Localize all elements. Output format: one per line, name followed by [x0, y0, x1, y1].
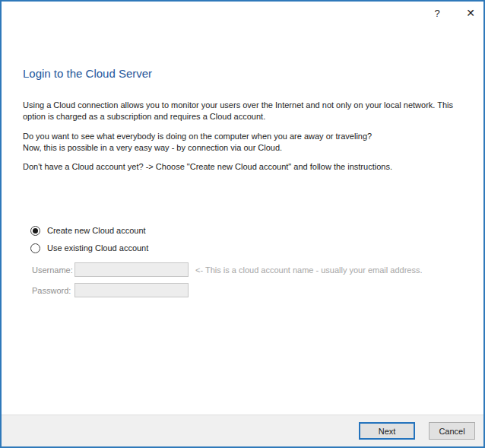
password-field[interactable]	[74, 283, 189, 297]
footer-bar: Next Cancel	[2, 415, 483, 446]
username-row: Username: <- This is a cloud account nam…	[23, 262, 462, 277]
username-label: Username:	[32, 265, 74, 275]
radio-button-icon[interactable]	[30, 226, 40, 236]
username-field[interactable]	[74, 262, 189, 277]
dialog-content: Login to the Cloud Server Using a Cloud …	[2, 67, 483, 297]
page-title: Login to the Cloud Server	[23, 67, 462, 80]
titlebar: ? ✕	[2, 2, 483, 24]
next-button[interactable]: Next	[359, 422, 415, 440]
radio-button-icon[interactable]	[30, 243, 40, 253]
credential-fields: Username: <- This is a cloud account nam…	[23, 262, 462, 297]
cancel-button[interactable]: Cancel	[429, 422, 475, 440]
radio-use-existing-account[interactable]: Use existing Cloud account	[30, 242, 462, 254]
cloud-login-dialog: ? ✕ Login to the Cloud Server Using a Cl…	[0, 0, 485, 448]
account-option-group: Create new Cloud account Use existing Cl…	[30, 224, 462, 254]
password-label: Password:	[32, 286, 74, 295]
username-hint: <- This is a cloud account name - usuall…	[195, 265, 422, 275]
help-icon[interactable]: ?	[429, 5, 445, 21]
intro-paragraph-2: Do you want to see what everybody is doi…	[23, 131, 462, 154]
password-row: Password:	[23, 283, 462, 297]
intro-paragraph-1: Using a Cloud connection allows you to m…	[23, 100, 462, 122]
radio-use-existing-label: Use existing Cloud account	[47, 243, 148, 253]
intro-paragraph-3: Don't have a Cloud account yet? -> Choos…	[23, 161, 462, 173]
radio-create-new-account[interactable]: Create new Cloud account	[30, 224, 462, 237]
close-icon[interactable]: ✕	[462, 5, 479, 21]
radio-create-new-label: Create new Cloud account	[47, 226, 146, 235]
